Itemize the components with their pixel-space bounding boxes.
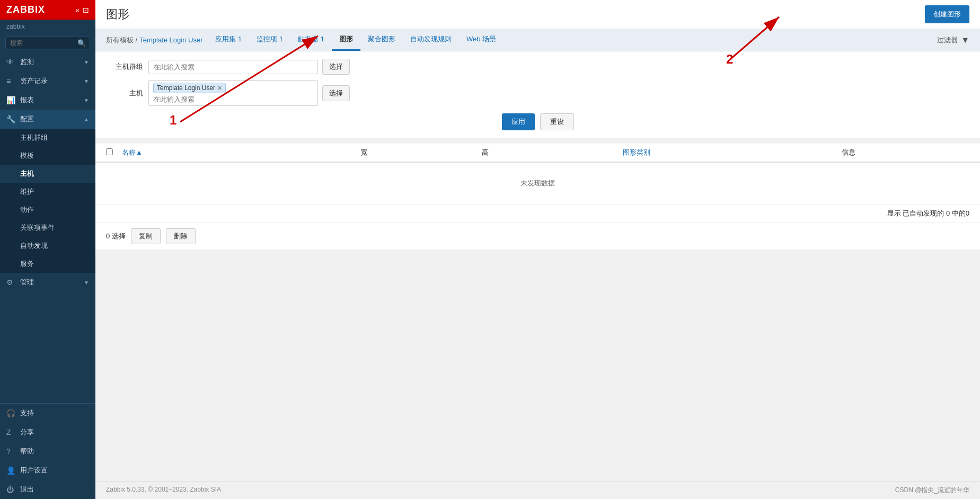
- logo-text: ZABBIX: [6, 4, 45, 15]
- sidebar-item-config[interactable]: 🔧 配置 ▲: [0, 110, 95, 129]
- config-icon: 🔧: [6, 115, 16, 123]
- tab-monitor-items[interactable]: 监控项 1: [249, 29, 290, 51]
- logout-icon: ⏻: [6, 485, 16, 494]
- share-icon: Z: [6, 428, 16, 436]
- sidebar-item-share[interactable]: Z 分享: [0, 423, 95, 442]
- host-select-button[interactable]: 选择: [322, 85, 350, 101]
- tag-close-icon[interactable]: ✕: [217, 85, 222, 92]
- filter-label: 过滤器: [937, 35, 958, 45]
- sidebar-item-templates[interactable]: 模板: [0, 147, 95, 165]
- sidebar-bottom: 🎧 支持 Z 分享 ? 帮助 👤 用户设置 ⏻ 退出: [0, 403, 95, 499]
- sidebar-item-maintenance[interactable]: 维护: [0, 183, 95, 201]
- host-search-input[interactable]: [153, 95, 242, 103]
- user-icon: 👤: [6, 466, 16, 475]
- tab-auto-discovery[interactable]: 自动发现规则: [403, 29, 459, 51]
- content-area: 主机群组 选择 主机 Template Login User ✕: [95, 51, 980, 481]
- filter-actions: 应用 重设: [106, 113, 969, 130]
- breadcrumb-link[interactable]: Template Login User: [139, 36, 202, 44]
- host-group-select-button[interactable]: 选择: [322, 59, 350, 75]
- selected-count: 0 选择: [106, 231, 126, 241]
- footer-author: CSDN @指尖_流逝的年华: [895, 486, 969, 495]
- collapse-icon[interactable]: «: [75, 6, 80, 14]
- col-name[interactable]: 名称▲: [122, 148, 304, 157]
- sidebar-item-actions[interactable]: 动作: [0, 201, 95, 219]
- main-header: 图形 创建图形: [95, 0, 980, 29]
- sidebar-username: zabbix: [0, 20, 95, 33]
- sidebar-item-services[interactable]: 服务: [0, 255, 95, 273]
- sidebar-nav: 👁 监测 ▼ ≡ 资产记录 ▼ 📊 报表 ▼ 🔧 配置 ▲ 主机群组 模板 主机…: [0, 52, 95, 403]
- sidebar-item-label: 资产记录: [20, 76, 48, 86]
- reports-icon: 📊: [6, 96, 16, 104]
- tab-graphs[interactable]: 图形: [332, 29, 360, 51]
- chevron-right-icon: ▼: [84, 280, 89, 286]
- support-icon: 🎧: [6, 409, 16, 417]
- sidebar-item-reports[interactable]: 📊 报表 ▼: [0, 91, 95, 110]
- table-bottom-bar: 0 选择 复制 删除: [95, 222, 980, 250]
- sidebar: ZABBIX « ⊡ zabbix 🔍 👁 监测 ▼ ≡ 资产记录 ▼ 📊 报表…: [0, 0, 95, 499]
- host-tag-input[interactable]: Template Login User ✕: [148, 80, 318, 106]
- host-group-label: 主机群组: [106, 62, 143, 72]
- select-all-checkbox[interactable]: [106, 148, 113, 155]
- delete-button[interactable]: 删除: [166, 228, 196, 244]
- sidebar-search-wrap: 🔍: [0, 33, 95, 52]
- tab-web-scenarios[interactable]: Web 场景: [459, 29, 504, 51]
- filter-icon[interactable]: ▼: [961, 35, 969, 45]
- monitor-icon: 👁: [6, 58, 16, 66]
- sidebar-item-label: 退出: [20, 485, 34, 494]
- table-header: 名称▲ 宽 高 图形类别 信息: [95, 144, 980, 163]
- table-empty-message: 未发现数据: [95, 163, 980, 204]
- sidebar-item-assets[interactable]: ≡ 资产记录 ▼: [0, 72, 95, 91]
- sidebar-item-label: 报表: [20, 95, 34, 105]
- expand-icon[interactable]: ⊡: [83, 6, 89, 14]
- sidebar-logo: ZABBIX « ⊡: [0, 0, 95, 20]
- page-title: 图形: [106, 6, 129, 22]
- sidebar-item-logout[interactable]: ⏻ 退出: [0, 480, 95, 499]
- reset-button[interactable]: 重设: [540, 113, 574, 130]
- chevron-down-icon: ▲: [84, 117, 89, 122]
- sidebar-item-label: 配置: [20, 114, 34, 124]
- host-group-filter-row: 主机群组 选择: [106, 59, 969, 75]
- sidebar-item-event-correlation[interactable]: 关联项事件: [0, 219, 95, 237]
- help-icon: ?: [6, 447, 16, 456]
- sidebar-item-label: 管理: [20, 278, 34, 287]
- tag-text: Template Login User: [157, 84, 215, 92]
- chevron-right-icon: ▼: [84, 78, 89, 84]
- chevron-right-icon: ▼: [84, 97, 89, 103]
- tabs-bar: 所有模板 / Template Login User 应用集 1 监控项 1 触…: [95, 29, 980, 51]
- main-content: 图形 创建图形 所有模板 / Template Login User 应用集 1…: [95, 0, 980, 499]
- table-footer: 显示 已自动发现的 0 中的0: [95, 204, 980, 222]
- sidebar-item-support[interactable]: 🎧 支持: [0, 404, 95, 423]
- copy-button[interactable]: 复制: [131, 228, 161, 244]
- breadcrumb-prefix: 所有模板 /: [106, 35, 137, 45]
- admin-icon: ⚙: [6, 278, 16, 287]
- sidebar-item-monitor[interactable]: 👁 监测 ▼: [0, 52, 95, 72]
- host-tag: Template Login User ✕: [153, 83, 226, 93]
- host-input-wrap: Template Login User ✕ 选择: [148, 80, 350, 106]
- create-graph-button[interactable]: 创建图形: [925, 5, 969, 23]
- sidebar-item-auto-discovery[interactable]: 自动发现: [0, 237, 95, 255]
- chevron-right-icon: ▼: [84, 59, 89, 65]
- sidebar-item-host-groups[interactable]: 主机群组: [0, 129, 95, 147]
- host-group-input-wrap: 选择: [148, 59, 350, 75]
- sidebar-item-admin[interactable]: ⚙ 管理 ▼: [0, 273, 95, 292]
- footer-copyright: Zabbix 5.0.33. © 2001–2023, Zabbix SIA: [106, 486, 221, 495]
- host-group-input[interactable]: [148, 60, 318, 74]
- filter-area: 过滤器 ▼: [937, 35, 969, 45]
- sidebar-item-label: 监测: [20, 57, 34, 67]
- col-type[interactable]: 图形类别: [545, 148, 727, 157]
- sidebar-item-help[interactable]: ? 帮助: [0, 442, 95, 461]
- sidebar-item-user-settings[interactable]: 👤 用户设置: [0, 461, 95, 480]
- apply-button[interactable]: 应用: [502, 113, 535, 130]
- filter-panel: 主机群组 选择 主机 Template Login User ✕: [95, 51, 980, 138]
- logo-icons: « ⊡: [75, 6, 89, 14]
- tab-app-sets[interactable]: 应用集 1: [208, 29, 249, 51]
- tab-triggers[interactable]: 触发器 1: [290, 29, 332, 51]
- page-footer: Zabbix 5.0.33. © 2001–2023, Zabbix SIA C…: [95, 481, 980, 499]
- tab-aggregate-graphs[interactable]: 聚合图形: [360, 29, 403, 51]
- table-section: 名称▲ 宽 高 图形类别 信息 未发现数据 显示 已自动发现的 0 中的0: [95, 144, 980, 222]
- col-info: 信息: [727, 148, 969, 157]
- col-width: 宽: [304, 148, 425, 157]
- host-filter-row: 主机 Template Login User ✕ 选择: [106, 80, 969, 106]
- assets-icon: ≡: [6, 77, 16, 85]
- sidebar-item-hosts[interactable]: 主机: [0, 165, 95, 183]
